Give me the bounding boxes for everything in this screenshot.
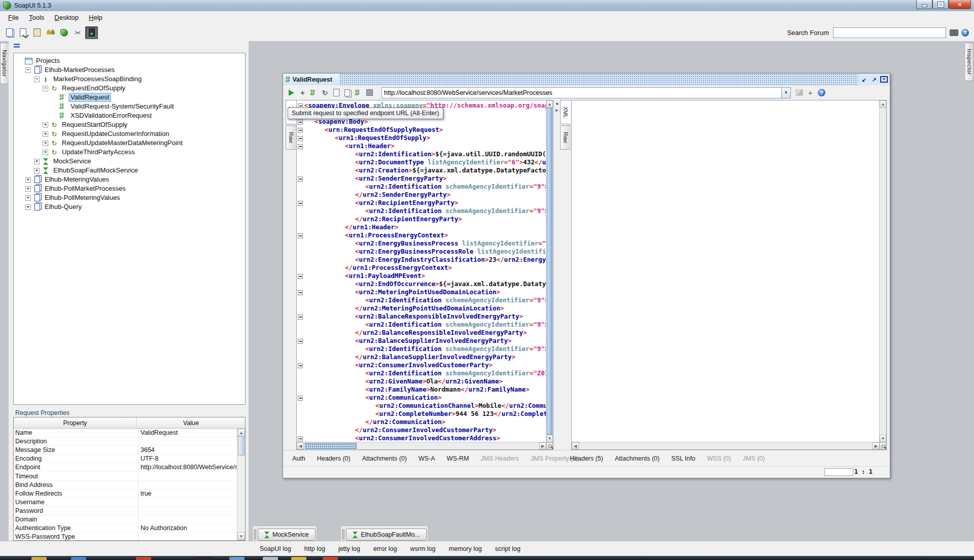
property-row[interactable]: Domain [14, 515, 245, 524]
tree-expander-icon[interactable]: + [43, 122, 48, 128]
fold-toggle-icon[interactable] [297, 231, 304, 239]
tree-expander-icon[interactable]: − [34, 77, 40, 82]
request-help-button[interactable]: ? [816, 87, 827, 98]
fold-toggle-icon[interactable] [297, 434, 304, 442]
scroll-left-icon[interactable]: ◀ [297, 442, 304, 449]
log-tab-wsrm-log[interactable]: wsrm log [410, 545, 436, 552]
scroll-up-icon[interactable]: ▲ [880, 100, 886, 108]
code-line[interactable]: <urn2:FamilyName>Nordmann</urn2:FamilyNa… [297, 386, 546, 394]
menu-file[interactable]: File [3, 12, 24, 23]
code-line[interactable]: <urn2:CompleteNumber>944 56 123</urn2:Co… [297, 410, 546, 418]
code-line[interactable]: <urn2:Identification schemeAgencyIdentif… [297, 207, 546, 215]
create-document-button[interactable] [331, 87, 341, 98]
add-endpoint-button[interactable]: + [805, 87, 816, 98]
response-xml-tab[interactable]: XML [560, 100, 571, 124]
taskbar-icon[interactable] [263, 557, 278, 560]
code-line[interactable]: <urn2:Identification schemeAgencyIdentif… [297, 183, 546, 191]
property-row[interactable]: Authentication TypeNo Authorization [14, 524, 245, 533]
code-line[interactable]: <urn2:BalanceSupplierInvolvedEnergyParty… [297, 337, 546, 345]
tree-expander-icon[interactable]: + [25, 204, 31, 210]
log-tab-soapui-log[interactable]: SoapUI log [260, 545, 291, 552]
fold-toggle-icon[interactable] [297, 199, 304, 207]
close-button[interactable]: × [949, 0, 971, 9]
code-line[interactable]: <urn2:Identification schemeAgencyIdentif… [297, 345, 546, 353]
scroll-thumb[interactable] [238, 436, 245, 456]
taskbar-icon[interactable] [31, 557, 47, 560]
log-tab-script-log[interactable]: script log [495, 545, 520, 552]
tree-expander-icon[interactable]: + [25, 186, 31, 192]
minimized-window-button[interactable]: ElhubSoapFaultMo... [346, 529, 427, 541]
tree-expander-icon[interactable]: + [43, 150, 48, 155]
scroll-down-icon[interactable]: ▼ [880, 435, 886, 442]
request-raw-tab[interactable]: Raw [286, 125, 296, 150]
tree-item-elhubsoapfaultmockservice[interactable]: +ElhubSoapFaultMockService [14, 166, 245, 175]
code-line[interactable]: <urn2:ConsumerInvolvedCustomerParty> [297, 361, 546, 369]
code-line[interactable]: <urn2:EnergyIndustryClassification>23</u… [297, 256, 546, 264]
code-line[interactable]: <urn1:ProcessEnergyContext> [297, 231, 546, 239]
tree-expander-icon[interactable]: + [43, 131, 48, 137]
tree-item-requestupdatecustomerinformation[interactable]: +↻RequestUpdateCustomerInformation [14, 129, 245, 138]
code-line[interactable]: <urn2:Identification schemeAgencyIdentif… [297, 321, 546, 329]
property-row[interactable]: Message Size3654 [14, 446, 245, 454]
code-line[interactable]: <urn2:CommunicationChannel>Mobile</urn2:… [297, 402, 546, 410]
request-tab-headers-0-[interactable]: Headers (0) [317, 455, 351, 462]
tree-item-elhub-query[interactable]: +Elhub-Query [14, 202, 245, 212]
code-line[interactable]: <urn2:Communication> [297, 394, 546, 402]
soap-action-button[interactable]: SOAP [308, 87, 319, 98]
tree-item-validrequest-system-securityfault[interactable]: SOAPValidRequest-System/SecurityFault [14, 102, 245, 111]
code-line[interactable]: </urn2:ConsumerInvolvedCustomerParty> [297, 426, 546, 434]
endpoint-dropdown-icon[interactable]: ▼ [781, 88, 790, 98]
fold-toggle-icon[interactable] [297, 272, 304, 280]
property-row[interactable]: Username [14, 498, 245, 507]
soap-validate-button[interactable]: SOAP [353, 87, 364, 98]
request-tab-ws-a[interactable]: WS-A [419, 455, 435, 462]
taskbar-icon[interactable] [197, 557, 212, 560]
fold-toggle-icon[interactable] [297, 142, 304, 150]
code-line[interactable]: <urn:RequestEndOfSupplyRequest> [297, 126, 546, 134]
request-tab-auth[interactable]: Auth [292, 455, 305, 462]
response-horizontal-scrollbar[interactable]: ◀ ▶ [572, 442, 880, 449]
search-icon[interactable] [950, 29, 958, 36]
scroll-thumb[interactable] [305, 443, 357, 449]
clone-request-button[interactable] [342, 87, 353, 98]
log-tab-http-log[interactable]: http log [304, 545, 325, 552]
response-panel[interactable]: ▲ ▼ ◀ ▶ [571, 100, 887, 450]
log-tab-error-log[interactable]: error log [373, 545, 397, 552]
magnifier-icon[interactable] [546, 442, 553, 449]
window-restore-icon[interactable]: ↙ [860, 76, 868, 83]
scroll-up-icon[interactable]: ▲ [237, 429, 245, 437]
property-row[interactable]: Endpointhttp://localhost:8080/WebService… [14, 463, 245, 472]
code-line[interactable]: <urn2:BalanceResponsibleInvolvedEnergyPa… [297, 312, 546, 321]
code-line[interactable]: </urn2:Communication> [297, 418, 546, 426]
tree-item-elhub-pollmeteringvalues[interactable]: +Elhub-PollMeteringValues [14, 193, 245, 202]
response-tab-ssl-info[interactable]: SSL Info [671, 455, 695, 462]
code-line[interactable]: <urn2:Identification schemeAgencyIdentif… [297, 369, 546, 377]
response-tab-headers-5-[interactable]: Headers (5) [570, 455, 603, 462]
code-line[interactable]: <urn2:RecipientEnergyParty> [297, 199, 546, 207]
drag-grip-icon[interactable] [254, 529, 256, 540]
scroll-thumb[interactable] [547, 108, 552, 435]
property-row[interactable]: EncodingUTF-8 [14, 454, 245, 463]
fold-toggle-icon[interactable] [297, 174, 304, 183]
property-row[interactable]: Password [14, 507, 245, 515]
menu-desktop[interactable]: Desktop [49, 12, 84, 23]
fold-toggle-icon[interactable] [297, 394, 304, 402]
preferences-button[interactable]: ✂ [72, 26, 84, 39]
log-tab-jetty-log[interactable]: jetty log [338, 545, 360, 552]
code-line[interactable]: </urn2:BalanceSupplierInvolvedEnergyPart… [297, 353, 546, 361]
tree-item-requestupdatemasterdatameteringpoint[interactable]: +↻RequestUpdateMasterDataMeteringPoint [14, 138, 245, 148]
tree-item-elhub-meteringvalues[interactable]: +Elhub-MeteringValues [14, 175, 245, 184]
code-line[interactable]: </urn1:ProcessEnergyContext> [297, 264, 546, 272]
response-tab-attachments-0-[interactable]: Attachments (0) [615, 455, 659, 462]
tree-expander-icon[interactable]: + [34, 168, 40, 173]
taskbar-icon[interactable] [71, 557, 86, 560]
request-tab-attachments-0-[interactable]: Attachments (0) [362, 455, 407, 462]
property-row[interactable]: Bind Address [14, 481, 245, 489]
recreate-request-button[interactable]: ↻ [320, 87, 330, 98]
code-line[interactable]: <urn1:PayloadMPEvent> [297, 272, 546, 280]
tree-expander-icon[interactable]: + [34, 159, 40, 164]
new-project-button[interactable] [3, 26, 16, 39]
endpoint-combobox[interactable]: ▼ [381, 87, 791, 98]
code-line[interactable]: </urn2:SenderEnergyParty> [297, 191, 546, 199]
tree-item-marketprocessessoapbinding[interactable]: −IMarketProcessesSoapBinding [14, 75, 245, 84]
